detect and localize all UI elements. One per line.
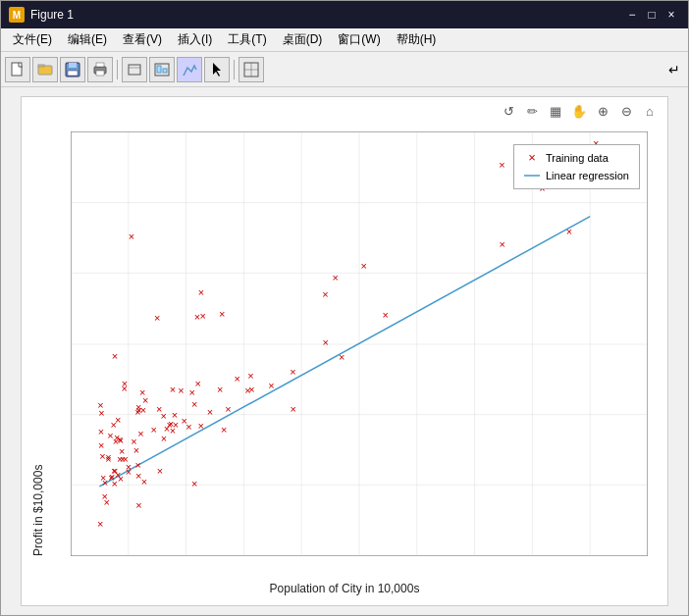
svg-text:×: × bbox=[170, 384, 176, 395]
toolbar: ↵ bbox=[1, 52, 688, 87]
toolbar-separator-2 bbox=[234, 60, 235, 79]
svg-rect-8 bbox=[96, 63, 104, 67]
plot-icon-pan[interactable]: ✋ bbox=[569, 101, 589, 121]
toolbar-new[interactable] bbox=[5, 57, 30, 82]
svg-text:×: × bbox=[157, 465, 163, 477]
svg-text:×: × bbox=[322, 288, 328, 300]
menu-insert[interactable]: 插入(I) bbox=[170, 29, 220, 50]
toolbar-save[interactable] bbox=[60, 57, 85, 82]
svg-text:×: × bbox=[221, 424, 227, 436]
svg-text:×: × bbox=[98, 439, 104, 451]
toolbar-open[interactable] bbox=[32, 57, 58, 82]
y-axis-label: Profit in $10,000s bbox=[31, 131, 45, 556]
svg-text:×: × bbox=[333, 272, 339, 283]
svg-text:×: × bbox=[198, 420, 204, 432]
plot-icon-data-cursor[interactable]: ▦ bbox=[546, 101, 565, 121]
title-bar-left: M Figure 1 bbox=[9, 7, 74, 23]
svg-text:×: × bbox=[207, 406, 213, 418]
toolbar-cursor[interactable] bbox=[204, 57, 230, 82]
app-icon: M bbox=[9, 7, 25, 23]
svg-text:×: × bbox=[112, 350, 118, 362]
svg-text:×: × bbox=[126, 466, 132, 478]
menu-desktop[interactable]: 桌面(D) bbox=[275, 29, 331, 50]
svg-text:×: × bbox=[382, 309, 388, 321]
plot-icon-pan-back[interactable]: ↺ bbox=[499, 101, 518, 121]
legend-item-training: × Training data bbox=[524, 151, 629, 165]
svg-text:×: × bbox=[101, 490, 107, 502]
legend-regression-label: Linear regression bbox=[546, 170, 629, 181]
plot-area: ↺ ✏ ▦ ✋ ⊕ ⊖ ⌂ Profit in $10,000s bbox=[1, 87, 688, 615]
svg-text:×: × bbox=[97, 518, 103, 530]
plot-icon-zoom-out[interactable]: ⊖ bbox=[616, 101, 636, 121]
svg-text:×: × bbox=[248, 384, 254, 395]
toolbar-btn6[interactable] bbox=[149, 57, 175, 82]
svg-text:×: × bbox=[566, 226, 572, 237]
svg-text:×: × bbox=[137, 428, 143, 439]
svg-text:×: × bbox=[528, 151, 536, 165]
svg-text:×: × bbox=[217, 384, 223, 395]
plot-icon-edit[interactable]: ✏ bbox=[522, 101, 542, 121]
window-title: Figure 1 bbox=[30, 8, 74, 22]
svg-text:×: × bbox=[178, 385, 184, 396]
menu-view[interactable]: 查看(V) bbox=[115, 29, 170, 50]
menu-file[interactable]: 文件(E) bbox=[5, 29, 60, 50]
svg-text:×: × bbox=[105, 451, 111, 463]
svg-rect-4 bbox=[69, 63, 77, 68]
svg-rect-9 bbox=[129, 65, 140, 75]
x-axis-label: Population of City in 10,000s bbox=[22, 582, 667, 595]
chart-wrapper: -5 0 5 10 15 20 25 4 6 8 10 12 14 16 18 bbox=[71, 131, 648, 556]
main-window: M Figure 1 − □ × 文件(E) 编辑(E) 查看(V) 插入(I)… bbox=[0, 0, 689, 616]
menu-window[interactable]: 窗口(W) bbox=[330, 29, 388, 50]
svg-rect-2 bbox=[38, 65, 44, 67]
close-button[interactable]: × bbox=[662, 6, 680, 24]
svg-text:×: × bbox=[160, 410, 166, 422]
chart-svg: -5 0 5 10 15 20 25 4 6 8 10 12 14 16 18 bbox=[71, 131, 648, 556]
svg-text:×: × bbox=[191, 398, 197, 410]
toolbar-btn5[interactable] bbox=[122, 57, 147, 82]
svg-text:×: × bbox=[151, 424, 157, 436]
svg-text:×: × bbox=[140, 404, 146, 416]
svg-text:×: × bbox=[499, 159, 504, 171]
svg-text:×: × bbox=[194, 378, 200, 389]
svg-text:×: × bbox=[290, 403, 295, 415]
toolbar-btn9[interactable] bbox=[238, 57, 264, 82]
svg-text:×: × bbox=[102, 477, 108, 488]
svg-text:×: × bbox=[115, 414, 121, 426]
svg-text:×: × bbox=[97, 399, 103, 411]
svg-text:×: × bbox=[247, 370, 253, 382]
svg-rect-5 bbox=[68, 71, 78, 76]
svg-text:×: × bbox=[133, 444, 139, 456]
menu-tools[interactable]: 工具(T) bbox=[220, 29, 274, 50]
title-bar-controls: − □ × bbox=[623, 6, 680, 24]
toolbar-separator-1 bbox=[117, 60, 118, 79]
svg-text:×: × bbox=[234, 373, 239, 385]
title-bar: M Figure 1 − □ × bbox=[1, 1, 688, 28]
svg-text:×: × bbox=[189, 386, 195, 398]
maximize-button[interactable]: □ bbox=[643, 6, 661, 24]
svg-rect-0 bbox=[12, 63, 22, 76]
svg-text:×: × bbox=[199, 310, 205, 322]
svg-rect-13 bbox=[163, 69, 167, 73]
plot-icon-zoom-in[interactable]: ⊕ bbox=[593, 101, 612, 121]
svg-text:×: × bbox=[361, 260, 367, 272]
figure-container: ↺ ✏ ▦ ✋ ⊕ ⊖ ⌂ Profit in $10,000s bbox=[21, 96, 668, 606]
svg-text:×: × bbox=[219, 308, 225, 320]
toolbar-right-arrow: ↵ bbox=[668, 62, 684, 77]
menu-edit[interactable]: 编辑(E) bbox=[60, 29, 115, 50]
toolbar-btn7[interactable] bbox=[177, 57, 202, 82]
svg-text:×: × bbox=[118, 473, 124, 485]
minimize-button[interactable]: − bbox=[623, 6, 641, 24]
svg-text:×: × bbox=[225, 403, 231, 415]
svg-text:×: × bbox=[290, 366, 295, 378]
svg-text:×: × bbox=[339, 351, 344, 363]
svg-text:×: × bbox=[114, 432, 120, 443]
svg-text:×: × bbox=[268, 380, 274, 391]
svg-text:×: × bbox=[323, 336, 329, 348]
menu-help[interactable]: 帮助(H) bbox=[389, 29, 445, 50]
svg-text:×: × bbox=[500, 238, 505, 250]
svg-text:×: × bbox=[161, 433, 167, 444]
svg-text:×: × bbox=[141, 476, 147, 488]
svg-text:×: × bbox=[198, 286, 204, 298]
toolbar-print[interactable] bbox=[87, 57, 113, 82]
plot-icon-home[interactable]: ⌂ bbox=[640, 101, 660, 121]
